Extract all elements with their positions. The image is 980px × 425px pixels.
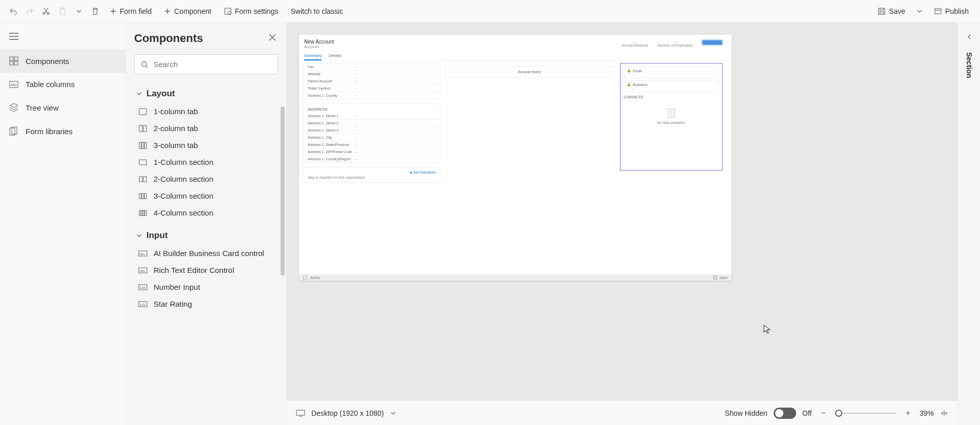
component-1-column-section[interactable]: 1-Column section [134, 154, 278, 171]
three-column-tab-icon [138, 142, 147, 149]
component-4-column-section[interactable]: 4-Column section [134, 204, 278, 221]
zoom-out-button[interactable]: − [818, 409, 828, 418]
svg-rect-4 [935, 9, 941, 14]
svg-rect-17 [139, 142, 141, 148]
timeline-column[interactable]: Almost there [444, 63, 614, 183]
add-form-field-button[interactable]: Form field [103, 1, 158, 22]
field-row[interactable]: Fax--- [304, 63, 440, 71]
publish-label: Publish [945, 7, 969, 15]
svg-text:123: 123 [140, 303, 145, 306]
comp-label: 4-Column section [154, 208, 214, 217]
group-input-header[interactable]: Input [134, 226, 278, 245]
svg-rect-27 [141, 210, 143, 216]
zoom-in-button[interactable]: + [903, 409, 913, 418]
svg-rect-14 [139, 109, 146, 115]
component-number-input[interactable]: 123 Number Input [134, 279, 278, 295]
field-row[interactable]: Address 1: Street 2--- [304, 120, 440, 127]
chevron-down-icon[interactable] [390, 410, 396, 416]
field-row[interactable]: Address 1: County--- [304, 92, 440, 99]
three-column-section-icon [138, 193, 147, 199]
undo-icon[interactable] [5, 1, 22, 22]
fit-screen-icon[interactable] [940, 409, 948, 417]
document-icon [666, 108, 676, 118]
publish-button[interactable]: Publish [928, 1, 975, 22]
component-3-column-tab[interactable]: 3-column tab [134, 137, 278, 154]
abc-field-icon: Abc [138, 267, 147, 273]
svg-point-3 [228, 11, 231, 14]
svg-rect-28 [143, 210, 144, 216]
save-dropdown-icon[interactable] [911, 1, 928, 22]
svg-rect-24 [142, 194, 144, 199]
hamburger-icon[interactable] [0, 33, 125, 49]
component-ai-card[interactable]: Abc AI Builder Business Card control [134, 245, 278, 262]
component-2-column-tab[interactable]: 2-column tab [134, 120, 278, 137]
show-hidden-toggle[interactable] [774, 408, 796, 419]
save-label: Save [889, 7, 905, 15]
tab-summary[interactable]: Summary [304, 53, 322, 60]
switch-classic-button[interactable]: Switch to classic [284, 1, 349, 22]
sidebar-item-label: Table columns [26, 80, 75, 89]
tab-details[interactable]: Details [329, 53, 341, 60]
svg-rect-0 [60, 9, 65, 15]
header-stat-label: Annual Revenue [622, 44, 648, 47]
close-icon[interactable] [269, 34, 276, 43]
field-row[interactable]: Website--- [304, 71, 440, 78]
timeline-banner: Almost there [518, 70, 541, 74]
search-input[interactable] [153, 60, 271, 69]
redo-icon[interactable] [22, 1, 38, 22]
field-row[interactable]: Address 1: State/Province--- [304, 141, 440, 148]
map-card[interactable]: ◈ Get Directions Map is disabled for thi… [303, 167, 440, 183]
field-row[interactable]: Parent Account--- [304, 78, 440, 85]
component-star-rating[interactable]: 123 Star Rating [134, 295, 278, 312]
field-row[interactable]: Address 1: ZIP/Postal Code--- [304, 148, 440, 156]
svg-rect-20 [139, 160, 146, 165]
add-component-label: Component [174, 7, 211, 15]
field-row[interactable]: Ticker Symbol--- [304, 85, 440, 92]
add-component-button[interactable]: Component [158, 1, 217, 22]
svg-rect-16 [143, 125, 146, 132]
group-layout-header[interactable]: Layout [134, 84, 278, 103]
sidebar-item-form-libraries[interactable]: Form libraries [0, 119, 125, 143]
properties-pane-label[interactable]: Section [965, 52, 973, 78]
viewport-label[interactable]: Desktop (1920 x 1080) [311, 409, 384, 417]
contacts-header: CONTACTS [624, 95, 719, 99]
svg-rect-21 [139, 177, 142, 182]
sidebar-item-table-columns[interactable]: Abc Table columns [0, 73, 125, 96]
sidebar-item-components[interactable]: Components [0, 49, 125, 73]
components-panel-title: Components [134, 32, 278, 45]
delete-icon[interactable] [87, 1, 103, 22]
components-grid-icon [9, 56, 18, 66]
component-rich-text[interactable]: Abc Rich Text Editor Control [134, 262, 278, 279]
field-row[interactable]: Address 1: Country/Region--- [304, 156, 440, 162]
scrollbar[interactable] [281, 107, 285, 275]
field-row[interactable]: Address 1: City--- [304, 134, 440, 141]
zoom-slider[interactable] [835, 413, 897, 414]
address-section-title: ADDRESS [304, 104, 440, 113]
component-3-column-section[interactable]: 3-Column section [134, 187, 278, 204]
field-row[interactable]: Address 1: Street 1--- [304, 113, 440, 120]
four-column-section-icon [138, 210, 147, 216]
chevron-down-icon[interactable] [71, 1, 87, 22]
get-directions-link[interactable]: Get Directions [413, 171, 436, 174]
svg-rect-8 [14, 61, 18, 65]
lock-icon: 🔒 [627, 69, 631, 73]
show-hidden-label: Show Hidden [725, 409, 768, 417]
field-row[interactable]: Address 1: Street 3--- [304, 127, 440, 134]
svg-rect-18 [142, 142, 144, 148]
form-settings-label: Form settings [235, 7, 279, 15]
search-input-wrap[interactable] [134, 54, 278, 74]
svg-rect-29 [145, 210, 147, 216]
expand-properties-icon[interactable] [966, 33, 972, 42]
desktop-icon [296, 410, 305, 417]
form-preview-canvas[interactable]: New Account Account ---Annual Revenue --… [299, 35, 732, 281]
component-2-column-section[interactable]: 2-Column section [134, 171, 278, 187]
component-1-column-tab[interactable]: 1-column tab [134, 103, 278, 120]
svg-text:Abc: Abc [11, 83, 17, 87]
selected-section-card[interactable]: 🔒Email --- 🔒Business --- CONTACTS No dat… [620, 63, 722, 171]
two-column-section-icon [138, 176, 147, 182]
cut-icon[interactable] [38, 1, 54, 22]
save-button[interactable]: Save [871, 1, 911, 22]
sidebar-item-tree-view[interactable]: Tree view [0, 96, 125, 119]
form-settings-button[interactable]: Form settings [218, 1, 285, 22]
paste-icon[interactable] [54, 1, 71, 22]
